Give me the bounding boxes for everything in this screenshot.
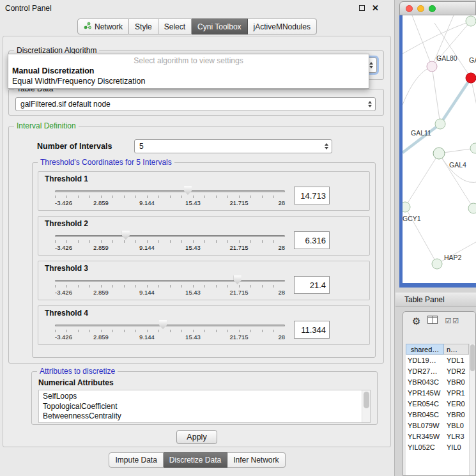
- attributes-scrollbar[interactable]: [362, 390, 370, 422]
- threshold-3-slider[interactable]: -3.4262.8599.14415.4321.71528: [54, 275, 286, 300]
- table-row[interactable]: YDL19… YDL1: [406, 355, 469, 365]
- apply-button[interactable]: Apply: [176, 430, 217, 444]
- attributes-list[interactable]: SelfLoopsTopologicalCoefficientBetweenne…: [38, 390, 371, 423]
- columns-icon[interactable]: [427, 315, 438, 326]
- list-item[interactable]: SelfLoops: [43, 392, 361, 402]
- threshold-2-box: Threshold 2 -3.4262.8599.14415.4321.7152…: [38, 216, 370, 256]
- cell-name[interactable]: YDL1: [444, 357, 469, 364]
- column-header-shared-name[interactable]: shared…: [406, 344, 444, 355]
- dropdown-option-equal-width[interactable]: Equal Width/Frequency Discretization: [8, 76, 369, 86]
- slider-ticks: [55, 240, 285, 243]
- slider-thumb[interactable]: [159, 320, 167, 329]
- slider-thumb[interactable]: [184, 186, 192, 195]
- slider-track[interactable]: [55, 235, 285, 237]
- tab-discretize-data[interactable]: Discretize Data: [164, 452, 227, 468]
- network-node[interactable]: [466, 16, 476, 26]
- table-row[interactable]: YPR145W YPR1: [406, 387, 469, 398]
- slider-track[interactable]: [55, 280, 285, 282]
- number-of-intervals-combo[interactable]: 5: [134, 139, 332, 153]
- cell-shared-name[interactable]: YBL079W: [406, 422, 444, 429]
- node-label: GCY1: [403, 215, 421, 222]
- cell-name[interactable]: YLR3: [444, 433, 469, 440]
- table-data-combo[interactable]: galFiltered.sif default node: [15, 97, 376, 111]
- network-node[interactable]: [435, 119, 445, 129]
- network-node[interactable]: [427, 61, 437, 72]
- tab-impute-data[interactable]: Impute Data: [109, 452, 163, 468]
- cell-name[interactable]: YDR2: [444, 367, 469, 375]
- threshold-3-value-field[interactable]: 21.4: [294, 276, 330, 294]
- combo-stepper-icon[interactable]: [369, 62, 373, 68]
- list-item[interactable]: BetweennessCentrality: [43, 411, 361, 422]
- cell-shared-name[interactable]: YIL052C: [406, 443, 444, 451]
- select-columns-icons[interactable]: ☑☑: [445, 317, 459, 325]
- tab-network[interactable]: Network: [77, 19, 129, 35]
- cell-shared-name[interactable]: YPR145W: [406, 389, 444, 397]
- table-scrollbar[interactable]: [469, 344, 475, 475]
- cell-shared-name[interactable]: YDL19…: [406, 357, 444, 364]
- table-row[interactable]: YDR27… YDR2: [406, 365, 469, 376]
- slider-track[interactable]: [55, 325, 285, 326]
- cell-name[interactable]: YBR0: [444, 378, 469, 386]
- checkbox-icon[interactable]: ☑: [452, 317, 459, 325]
- mac-minimize-icon[interactable]: [417, 5, 424, 12]
- scale-label: 15.43: [185, 244, 201, 251]
- gear-icon[interactable]: ⚙: [412, 316, 420, 326]
- slider-track[interactable]: [55, 190, 285, 192]
- cell-name[interactable]: YPR1: [444, 389, 469, 397]
- slider-thumb[interactable]: [234, 275, 242, 284]
- network-window-titlebar[interactable]: [399, 1, 476, 15]
- mac-close-icon[interactable]: [406, 5, 413, 12]
- threshold-1-slider[interactable]: -3.4262.8599.14415.4321.71528: [54, 185, 286, 211]
- close-icon[interactable]: ✕: [372, 4, 379, 12]
- float-window-icon[interactable]: [359, 5, 365, 11]
- combo-stepper-icon[interactable]: [368, 101, 372, 107]
- scrollbar-thumb[interactable]: [470, 344, 475, 371]
- cell-shared-name[interactable]: YBR043C: [406, 378, 444, 386]
- network-node[interactable]: [432, 259, 442, 269]
- checkbox-icon[interactable]: ☑: [445, 317, 451, 325]
- network-node[interactable]: [470, 143, 476, 153]
- table-row[interactable]: YER054C YER0: [406, 398, 469, 409]
- scale-label: 21.715: [229, 244, 248, 251]
- table-panel-title: Table Panel: [404, 295, 445, 304]
- tab-select[interactable]: Select: [158, 19, 192, 35]
- network-node[interactable]: [403, 202, 410, 212]
- cell-name[interactable]: YBL0: [444, 422, 469, 429]
- cell-shared-name[interactable]: YLR345W: [406, 433, 444, 440]
- table-panel-header[interactable]: Table Panel: [395, 293, 476, 307]
- network-node[interactable]: [466, 73, 476, 83]
- cell-name[interactable]: YIL0: [444, 443, 469, 451]
- table-row[interactable]: YBR043C YBR0: [406, 376, 469, 387]
- table-row[interactable]: YBL079W YBL0: [406, 420, 469, 431]
- network-node[interactable]: [433, 148, 445, 159]
- threshold-1-value-field[interactable]: 14.713: [294, 187, 330, 204]
- dropdown-option-manual[interactable]: Manual Discretization: [8, 66, 369, 76]
- slider-ticks: [55, 330, 285, 332]
- tab-jactivemodules[interactable]: jActiveMNodules: [248, 19, 317, 35]
- threshold-2-value-field[interactable]: 6.316: [294, 231, 330, 249]
- tab-style[interactable]: Style: [129, 19, 158, 35]
- combo-stepper-icon[interactable]: [325, 143, 328, 150]
- threshold-4-value-field[interactable]: 11.344: [294, 321, 330, 339]
- slider-thumb[interactable]: [122, 231, 130, 240]
- list-item[interactable]: TopologicalCoefficient: [43, 402, 361, 412]
- network-canvas[interactable]: GAL80GAL11GAL4GCY1HAP2GA: [399, 15, 476, 288]
- cell-shared-name[interactable]: YDR27…: [406, 367, 444, 375]
- table-row[interactable]: YLR345W YLR3: [406, 431, 469, 441]
- tab-cyni-toolbox[interactable]: Cyni Toolbox: [192, 19, 247, 35]
- threshold-4-slider[interactable]: -3.4262.8599.14415.4321.71528: [54, 319, 286, 345]
- mac-zoom-icon[interactable]: [429, 5, 436, 12]
- slider-ticks: [55, 285, 285, 288]
- column-header-name[interactable]: n…: [444, 344, 469, 355]
- cell-shared-name[interactable]: YBR045C: [406, 411, 444, 418]
- table-row[interactable]: YIL052C YIL0: [406, 441, 469, 452]
- cell-shared-name[interactable]: YER054C: [406, 400, 444, 408]
- cell-name[interactable]: YER0: [444, 400, 469, 408]
- scrollbar-thumb[interactable]: [364, 392, 369, 408]
- table-row[interactable]: YBR045C YBR0: [406, 409, 469, 420]
- threshold-2-slider[interactable]: -3.4262.8599.14415.4321.71528: [54, 230, 286, 256]
- tab-infer-network[interactable]: Infer Network: [227, 452, 285, 468]
- network-node[interactable]: [468, 203, 476, 213]
- cell-name[interactable]: YBR0: [444, 411, 469, 418]
- node-label: GAL80: [436, 54, 457, 62]
